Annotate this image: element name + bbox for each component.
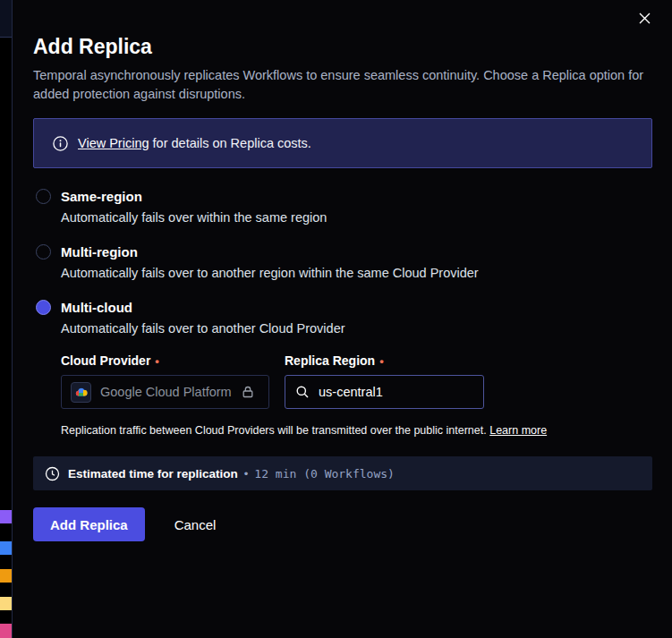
required-dot: • [379,354,384,368]
color-block-orange [0,569,12,583]
replica-region-input[interactable] [317,384,464,400]
estimate-separator: • [244,467,249,481]
radio-same-region[interactable]: Same-region [33,189,652,204]
replica-region-field[interactable] [285,375,484,409]
info-icon [52,135,69,152]
estimate-banner: Estimated time for replication • 12 min … [33,456,652,490]
option-same-region: Same-region Automatically fails over wit… [33,189,652,225]
color-block-blue [0,541,12,555]
required-dot: • [155,354,159,368]
cloud-provider-label: Cloud Provider• [61,353,269,368]
option-description: Automatically fails over to another Clou… [61,321,652,336]
option-multi-cloud: Multi-cloud Automatically fails over to … [33,300,652,437]
option-multi-region: Multi-region Automatically fails over to… [33,244,652,280]
search-icon [295,385,310,399]
option-label: Multi-region [61,244,138,259]
page-title: Add Replica [33,35,652,59]
cloud-provider-value: Google Cloud Platform [100,385,232,399]
radio-multi-cloud[interactable]: Multi-cloud [33,300,652,315]
background-header-edge [0,0,12,38]
cloud-provider-field: Google Cloud Platform [61,375,269,409]
option-description: Automatically fails over within the same… [61,210,652,225]
clock-icon [45,466,60,481]
view-pricing-link[interactable]: View Pricing [78,136,149,150]
cancel-button[interactable]: Cancel [169,516,222,533]
color-block-pink [0,624,12,638]
estimate-value: 12 min (0 Workflows) [254,467,395,481]
option-label: Same-region [61,189,142,204]
radio-circle-selected-icon[interactable] [36,300,51,315]
lock-icon [241,385,255,399]
pricing-info-banner: View Pricing for details on Replica cost… [33,118,652,168]
color-block-purple [0,510,12,523]
radio-circle-unselected-icon[interactable] [36,244,51,259]
estimate-label: Estimated time for replication [68,467,238,481]
color-block-yellow [0,597,12,610]
close-icon [638,12,651,25]
background-page-edge [0,0,12,638]
option-description: Automatically fails over to another regi… [61,266,652,280]
multi-cloud-subform: Cloud Provider• Replica Region• [61,353,652,437]
option-label: Multi-cloud [61,300,132,315]
replica-option-group: Same-region Automatically fails over wit… [33,189,652,437]
add-replica-button[interactable]: Add Replica [33,507,145,541]
radio-multi-region[interactable]: Multi-region [33,244,652,259]
modal-description: Temporal asynchronously replicates Workf… [33,66,652,104]
close-button[interactable] [636,10,652,26]
add-replica-modal: Add Replica Temporal asynchronously repl… [12,0,672,638]
replica-region-label: Replica Region• [285,353,484,368]
modal-actions: Add Replica Cancel [33,507,652,541]
learn-more-link[interactable]: Learn more [489,424,547,437]
radio-circle-unselected-icon[interactable] [36,189,51,204]
pricing-banner-text: for details on Replica costs. [149,136,311,150]
public-internet-note: Replication traffic between Cloud Provid… [61,424,652,437]
google-cloud-icon [71,382,91,403]
